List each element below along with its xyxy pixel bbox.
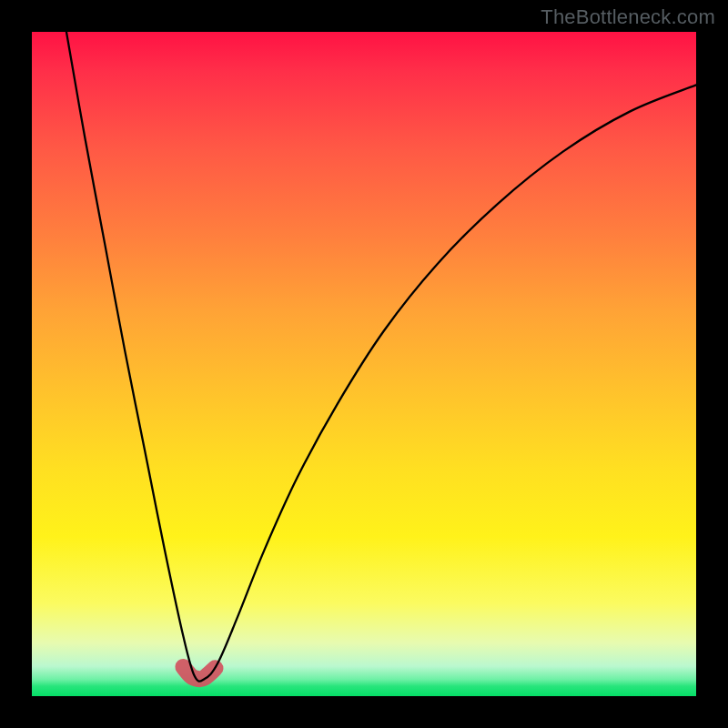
watermark-text: TheBottleneck.com [541,5,715,29]
curve-svg [32,32,696,696]
plot-area [32,32,696,696]
chart-stage: TheBottleneck.com [0,0,728,728]
bottleneck-curve [66,32,696,682]
